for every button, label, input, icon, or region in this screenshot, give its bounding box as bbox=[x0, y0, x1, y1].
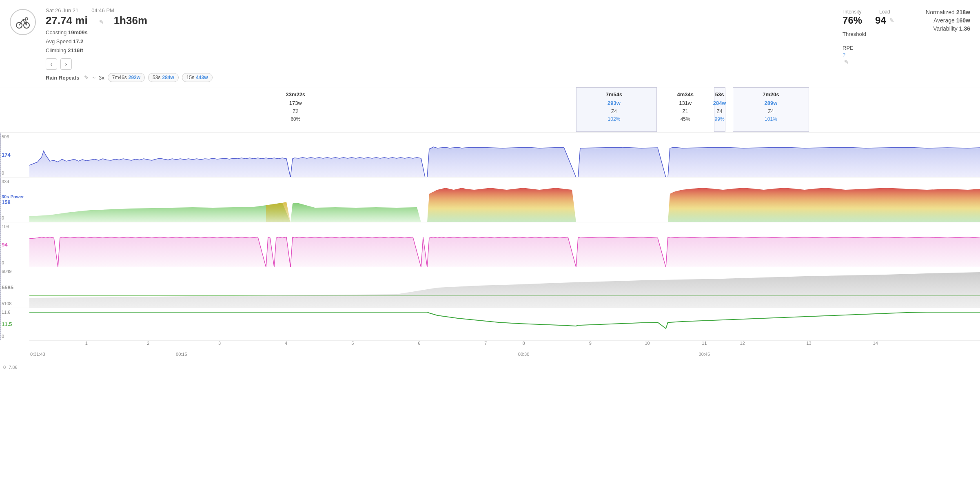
climbing-label: Climbing bbox=[46, 47, 68, 53]
segment-label-1: 33m22s 173w Z2 60% bbox=[286, 91, 306, 123]
altitude-y-axis: 6049 5585 5108 bbox=[0, 267, 29, 308]
average-label: Average bbox=[933, 17, 955, 24]
header-main: Sat 26 Jun 21 04:46 PM 27.74 mi ✎ 1h36m … bbox=[46, 7, 800, 82]
time-tick-3: 00:45 bbox=[699, 352, 710, 357]
x-tick-3: 3 bbox=[218, 341, 221, 346]
variability-value: 1.36 bbox=[959, 25, 970, 32]
workout-row: Rain Repeats ✎ ~ 3x 7m46s 292w 53s 284w … bbox=[46, 73, 800, 82]
activity-icon bbox=[10, 9, 36, 35]
rpe-question: ? bbox=[843, 52, 866, 58]
s30-power-chart-panel: 334 30s Power158 0 bbox=[0, 177, 980, 222]
activity-date: Sat 26 Jun 21 bbox=[46, 7, 78, 13]
avg-speed-label: Avg Speed bbox=[46, 38, 73, 44]
average-value: 160w bbox=[956, 17, 970, 24]
bottom-value: 0 bbox=[3, 365, 6, 370]
x-tick-5: 5 bbox=[351, 341, 354, 346]
climbing-value: 2116ft bbox=[68, 47, 83, 53]
intensity-value: 76% bbox=[843, 15, 862, 26]
activity-duration: 1h36m bbox=[114, 14, 147, 27]
x-tick-1: 1 bbox=[85, 341, 88, 346]
badge-interval-3[interactable]: 15s 443w bbox=[182, 73, 213, 82]
x-tick-13: 13 bbox=[806, 341, 811, 346]
chart-container: 33m22s 173w Z2 60% 7m54s 293w Z4 102% 4m… bbox=[0, 87, 980, 371]
time-axis: 0:31:43 00:15 00:30 00:45 bbox=[29, 352, 980, 363]
time-tick-2: 00:30 bbox=[518, 352, 530, 357]
cadence-chart-area[interactable] bbox=[29, 222, 980, 267]
x-tick-8: 8 bbox=[523, 341, 525, 346]
load-group: Load 94 ✎ bbox=[875, 9, 894, 26]
time-start: 0:31:43 bbox=[30, 352, 45, 357]
normalized-label: Normalized bbox=[926, 9, 955, 16]
x-tick-6: 6 bbox=[418, 341, 420, 346]
normalized-value: 218w bbox=[956, 9, 970, 16]
segment-label-3: 4m34s 131w Z1 45% bbox=[677, 91, 693, 123]
svg-point-2 bbox=[25, 18, 28, 20]
wbal-y-axis: 11.6 11.5 0 bbox=[0, 308, 29, 340]
altitude-chart-panel: 6049 5585 5108 bbox=[0, 267, 980, 308]
variability-label: Variability bbox=[933, 25, 958, 32]
wbal-chart-area[interactable] bbox=[29, 308, 980, 340]
x-tick-11: 11 bbox=[702, 341, 707, 346]
intensity-load-row: Intensity 76% Load 94 ✎ bbox=[843, 9, 894, 26]
x-tick-7: 7 bbox=[484, 341, 487, 346]
avg-speed-value: 17.2 bbox=[73, 38, 83, 44]
s30-chart-area[interactable] bbox=[29, 178, 980, 222]
load-value: 94 bbox=[875, 15, 886, 26]
next-activity-button[interactable]: › bbox=[60, 58, 72, 70]
rpe-label: RPE bbox=[843, 45, 866, 51]
threshold-rpe: Threshold RPE ? ✎ bbox=[843, 31, 866, 65]
power-chart-panel: 506 174 0 bbox=[0, 132, 980, 177]
threshold-label: Threshold bbox=[843, 31, 866, 37]
badge-interval-1[interactable]: 7m46s 292w bbox=[108, 73, 145, 82]
cadence-y-axis: 108 94 0 bbox=[0, 222, 29, 267]
bottom-label: 0 7.86 bbox=[0, 363, 980, 371]
intensity-label: Intensity bbox=[843, 9, 862, 15]
segment-label-4: 53s 284w Z4 99% bbox=[713, 91, 726, 123]
segment-label-5: 7m20s 289w Z4 101% bbox=[763, 91, 779, 123]
x-tick-9: 9 bbox=[589, 341, 592, 346]
workout-name: Rain Repeats bbox=[46, 75, 79, 81]
approx-label: ~ bbox=[92, 75, 95, 81]
x-tick-2: 2 bbox=[147, 341, 149, 346]
x-tick-10: 10 bbox=[645, 341, 650, 346]
x-axis-numbers: 1 2 3 4 5 6 7 8 9 10 11 12 13 14 bbox=[29, 340, 980, 352]
cadence-chart-panel: 108 94 0 bbox=[0, 222, 980, 267]
edit-rpe-icon[interactable]: ✎ bbox=[844, 59, 866, 65]
prev-activity-button[interactable]: ‹ bbox=[46, 58, 57, 70]
load-label: Load bbox=[879, 9, 890, 15]
x-tick-4: 4 bbox=[285, 341, 287, 346]
coasting-label: Coasting bbox=[46, 29, 68, 36]
coasting-value: 19m09s bbox=[68, 29, 88, 36]
header-center: Intensity 76% Load 94 ✎ Threshold RPE ? … bbox=[843, 7, 916, 65]
x-tick-14: 14 bbox=[873, 341, 878, 346]
intensity-group: Intensity 76% bbox=[843, 9, 862, 26]
wbal-chart-panel: 11.6 11.5 0 bbox=[0, 308, 980, 340]
time-tick-1: 00:15 bbox=[176, 352, 187, 357]
s30-y-axis: 334 30s Power158 0 bbox=[0, 178, 29, 222]
badge-interval-2[interactable]: 53s 284w bbox=[148, 73, 179, 82]
x-tick-12: 12 bbox=[740, 341, 745, 346]
power-y-axis: 506 174 0 bbox=[0, 133, 29, 177]
edit-distance-icon[interactable]: ✎ bbox=[99, 19, 104, 25]
power-chart-area[interactable] bbox=[29, 133, 980, 177]
repeat-count: 3x bbox=[99, 75, 104, 81]
altitude-chart-area[interactable] bbox=[29, 267, 980, 308]
edit-workout-icon[interactable]: ✎ bbox=[84, 74, 89, 81]
activity-time: 04:46 PM bbox=[91, 7, 114, 13]
activity-distance: 27.74 mi bbox=[46, 14, 88, 27]
header: Sat 26 Jun 21 04:46 PM 27.74 mi ✎ 1h36m … bbox=[0, 0, 980, 87]
header-right: Normalized 218w Average 160w Variability… bbox=[926, 7, 970, 32]
segment-label-2: 7m54s 293w Z4 102% bbox=[606, 91, 622, 123]
edit-load-icon[interactable]: ✎ bbox=[889, 17, 894, 24]
